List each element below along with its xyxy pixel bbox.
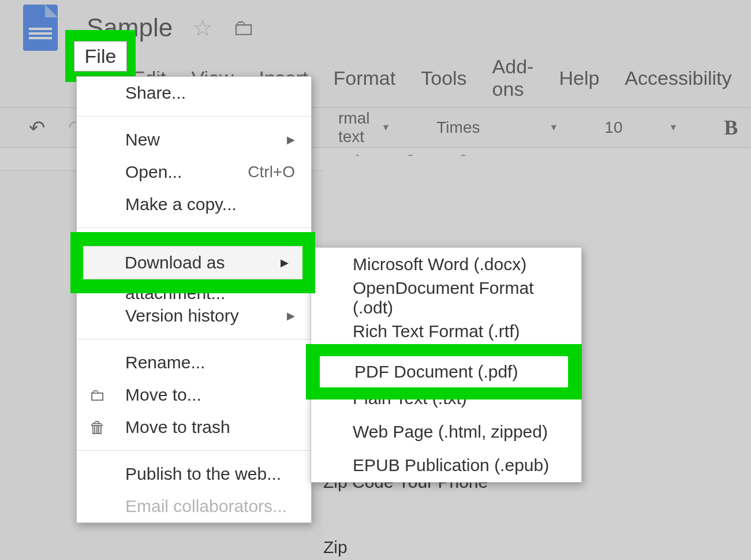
menu-item-make-copy[interactable]: Make a copy... [77,188,311,221]
divider [77,116,311,117]
body-blank [323,503,751,526]
submenu-arrow-icon: ▶ [287,133,295,146]
divider [77,339,311,339]
submenu-item-odt[interactable]: OpenDocument Format (.odt) [311,281,581,315]
size-dropdown[interactable]: 10 ▼ [604,118,678,137]
folder-icon[interactable]: 🗀 [233,16,255,40]
download-as-highlight: Download as ▶ [70,232,315,293]
style-dropdown[interactable]: rmal text▼ [338,109,390,146]
menu-item-email-collab: Email collaborators... [77,490,311,522]
menu-item-version-history[interactable]: Version history▶ [77,300,311,332]
menu-file-open[interactable]: File [74,41,128,72]
submenu-arrow-icon: ▶ [281,256,289,269]
submenu-item-epub[interactable]: EPUB Publication (.epub) [311,449,581,482]
star-icon[interactable]: ☆ [192,14,213,41]
style-label: rmal text [338,109,369,146]
chevron-down-icon: ▼ [668,122,678,133]
menu-addons[interactable]: Add-ons [492,55,534,100]
pdf-highlight: PDF Document (.pdf) [306,344,582,400]
menu-accessibility[interactable]: Accessibility [625,67,731,89]
file-highlight: File [65,30,136,82]
submenu-item-pdf[interactable]: PDF Document (.pdf) [320,356,568,387]
menu-item-open[interactable]: Open...Ctrl+O [77,156,311,188]
app-window: Sample ☆ 🗀 File Edit View Insert Format … [0,0,751,560]
shortcut: Ctrl+O [248,163,295,181]
bold-button[interactable]: B [724,115,738,140]
menu-tools[interactable]: Tools [421,67,466,89]
chevron-down-icon: ▼ [549,122,558,133]
menu-item-new[interactable]: New▶ [77,124,311,156]
menu-item-share[interactable]: Share... [77,77,311,109]
submenu-item-rtf[interactable]: Rich Text Format (.rtf) [311,315,581,348]
docs-logo-icon[interactable] [23,5,58,51]
menu-item-rename[interactable]: Rename... [77,346,311,379]
submenu-item-html[interactable]: Web Page (.html, zipped) [311,415,581,449]
menu-item-move-to-trash[interactable]: 🗑Move to trash [77,411,311,443]
font-label: Times [436,118,480,137]
size-label: 10 [604,118,622,137]
menu-item-publish[interactable]: Publish to the web... [77,458,311,490]
font-dropdown[interactable]: Times ▼ [436,118,558,137]
folder-icon: 🗀 [89,386,106,405]
trash-icon: 🗑 [89,418,106,437]
menu-help[interactable]: Help [559,67,599,89]
file-menu: Share... New▶ Open...Ctrl+O Make a copy.… [76,76,312,523]
divider [77,450,311,451]
body-line: Zip [323,531,751,560]
divider [77,227,311,228]
submenu-arrow-icon: ▶ [287,309,295,322]
menu-item-move-to[interactable]: 🗀Move to... [77,379,311,411]
submenu-item-docx[interactable]: Microsoft Word (.docx) [311,248,581,281]
menu-format[interactable]: Format [334,67,396,89]
menu-item-download-as[interactable]: Download as ▶ [83,246,302,279]
chevron-down-icon: ▼ [381,122,390,133]
undo-icon[interactable]: ↶ [29,116,45,139]
